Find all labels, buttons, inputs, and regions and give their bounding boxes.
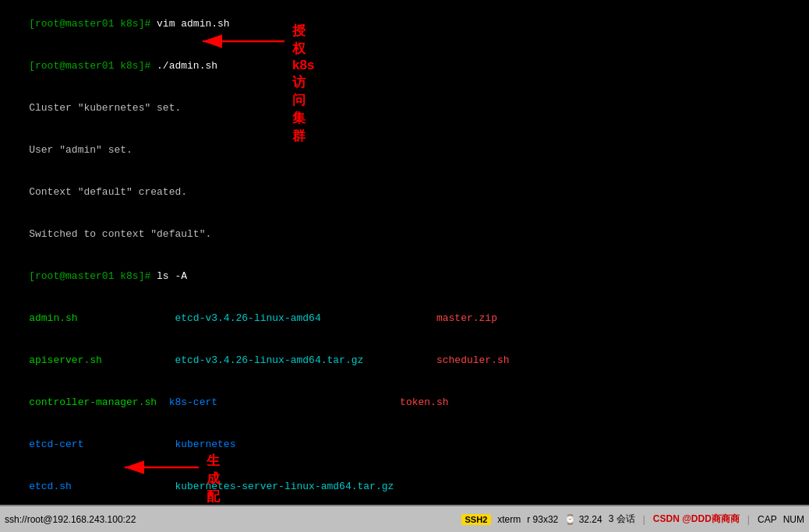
csdn-label: CSDN @DDD商商商 xyxy=(653,513,740,526)
xterm-text: xterm xyxy=(497,514,521,525)
terminal-line: [root@master01 k8s]# ls -A xyxy=(5,255,804,298)
separator: | xyxy=(643,514,645,525)
sessions: 3 会话 xyxy=(609,513,635,526)
terminal-line: controller-manager.sh k8s-cert token.sh xyxy=(5,382,804,424)
prompt: [root@master01 k8s]# xyxy=(29,18,157,30)
terminal-line: admin.sh etcd-v3.4.26-linux-amd64 master… xyxy=(5,298,804,340)
terminal-line: Switched to context "default". xyxy=(5,213,804,255)
prompt: [root@master01 k8s]# xyxy=(29,60,157,72)
connection-info: ssh://root@192.168.243.100:22 xyxy=(5,514,454,525)
terminal-line: etcd.sh kubernetes-server-linux-amd64.ta… xyxy=(5,466,804,505)
statusbar: ssh://root@192.168.243.100:22 SSH2 xterm… xyxy=(0,505,809,532)
terminal[interactable]: [root@master01 k8s]# vim admin.sh [root@… xyxy=(0,0,809,505)
prompt: [root@master01 k8s]# xyxy=(29,270,157,282)
ssh2-badge: SSH2 xyxy=(461,514,492,525)
connection-text: ssh://root@192.168.243.100:22 xyxy=(5,514,136,525)
terminal-line: User "admin" set. xyxy=(5,129,804,171)
latency: ⌚ 32.24 xyxy=(564,514,602,525)
num-label: NUM xyxy=(783,514,804,525)
separator2: | xyxy=(747,514,750,525)
terminal-line: [root@master01 k8s]# ./admin.sh xyxy=(5,45,804,87)
cap-label: CAP xyxy=(758,514,777,525)
terminal-line: [root@master01 k8s]# vim admin.sh xyxy=(5,3,804,45)
terminal-line: Cluster "kubernetes" set. xyxy=(5,87,804,129)
terminal-line: Context "default" created. xyxy=(5,171,804,213)
terminal-line: apiserver.sh etcd-v3.4.26-linux-amd64.ta… xyxy=(5,340,804,382)
terminal-line: etcd-cert kubernetes xyxy=(5,424,804,466)
status-right-area: SSH2 xterm r 93x32 ⌚ 32.24 3 会话 | CSDN @… xyxy=(461,513,804,526)
terminal-size: r 93x32 xyxy=(527,514,558,525)
